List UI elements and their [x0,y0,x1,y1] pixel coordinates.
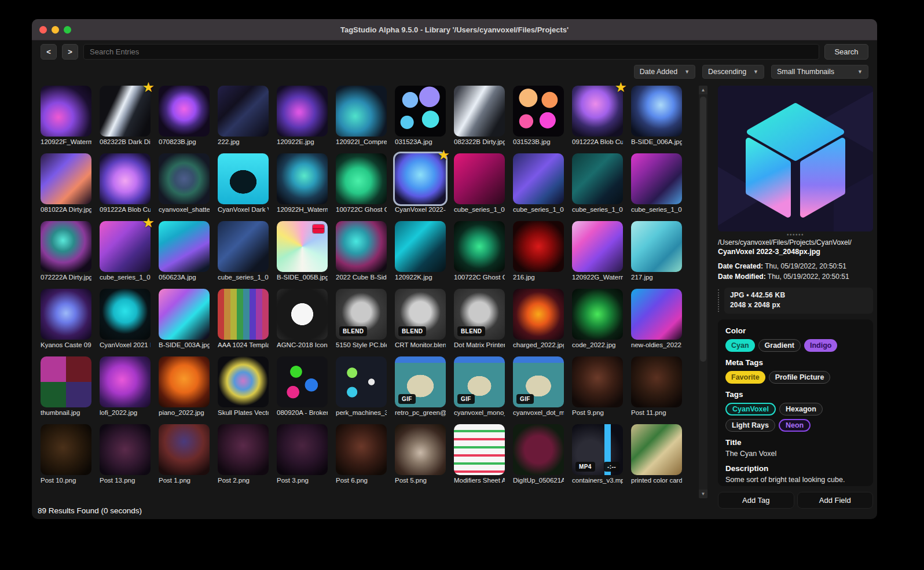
grid-item[interactable]: 100722C Ghost Cub [336,153,387,213]
close-button[interactable] [39,26,47,34]
thumbnail-tile[interactable] [218,356,269,407]
thumbnail-tile[interactable]: ★ [100,221,151,272]
search-button[interactable]: Search [824,44,868,60]
thumbnail-tile[interactable] [277,221,328,272]
tag-pill-hexagon[interactable]: Hexagon [779,403,823,415]
grid-item[interactable]: ★cube_series_1_02.j [100,221,151,281]
thumbnail-tile[interactable] [631,153,682,204]
resize-handle-icon[interactable]: •••••• [718,232,873,237]
back-button[interactable]: < [41,44,57,60]
grid-item[interactable]: 216.jpg [513,221,564,281]
thumbnail-tile[interactable] [218,289,269,340]
grid-item[interactable]: B-SIDE_005B.jpg [277,221,328,281]
thumbnail-tile[interactable] [218,424,269,475]
thumbnail-tile[interactable] [159,424,210,475]
thumbnail-tile[interactable] [41,86,91,137]
grid-item[interactable]: 031523A.jpg [395,86,446,145]
grid-item[interactable]: BLENDCRT Monitor.blend [395,289,446,348]
thumbnail-tile[interactable] [336,424,387,475]
grid-item[interactable]: B-SIDE_003A.jpg [159,289,210,348]
grid-item[interactable]: perk_machines_32p [336,356,387,416]
thumbnail-tile[interactable] [513,86,564,137]
grid-item[interactable]: 082322B Dirty.jpg [454,86,505,145]
thumbnail-tile[interactable] [336,153,387,204]
thumbnail-tile[interactable]: BLEND [336,289,387,340]
grid-item[interactable]: AGNC-2018 Icon Lo [277,289,328,348]
tag-pill-favorite[interactable]: Favorite [725,371,765,384]
thumbnail-tile[interactable]: ★ [572,86,623,137]
search-input[interactable] [83,44,819,60]
thumbnail-tile[interactable] [159,86,210,137]
grid-item[interactable]: BLENDDot Matrix Printer.b [454,289,505,348]
thumbnail-tile[interactable]: GIF [454,356,505,407]
thumbnail-tile[interactable] [277,356,328,407]
thumbnail-tile[interactable] [41,424,91,475]
grid-item[interactable]: Post 11.png [631,356,682,416]
add-field-button[interactable]: Add Field [797,492,874,509]
thumbnail-tile[interactable] [41,356,91,407]
grid-item[interactable]: 120922G_Watermar [572,221,623,281]
thumbnail-tile[interactable] [100,356,151,407]
scrollbar-thumb[interactable] [700,97,706,362]
thumbnail-tile[interactable] [572,356,623,407]
grid-item[interactable]: Modifiers Sheet A v [454,424,505,484]
grid-item[interactable]: 050623A.jpg [159,221,210,281]
grid-item[interactable]: AAA 1024 Template [218,289,269,348]
thumbnail-tile[interactable]: ★ [395,153,446,204]
thumbnail-tile[interactable] [631,221,682,272]
thumbnail-tile[interactable] [41,289,91,340]
tag-pill-profile-picture[interactable]: Profile Picture [769,371,831,384]
thumbnail-tile[interactable] [395,221,446,272]
thumbnail-tile[interactable] [454,424,505,475]
grid-item[interactable]: GIFcyanvoxel_dot_mat [513,356,564,416]
thumbnail-tile[interactable] [277,153,328,204]
thumbnail-tile[interactable] [159,289,210,340]
thumbnail-tile[interactable] [159,221,210,272]
grid-item[interactable]: Post 10.png [41,424,91,484]
grid-item[interactable]: 222.jpg [218,86,269,145]
thumbnail-tile[interactable] [454,153,505,204]
grid-item[interactable]: GIFretro_pc_green@3x [395,356,446,416]
grid-item[interactable]: piano_2022.jpg [159,356,210,416]
grid-item[interactable]: cyanvoxel_shattere [159,153,210,213]
thumbnail-tile[interactable] [100,424,151,475]
grid-item[interactable]: Post 1.png [159,424,210,484]
grid-item[interactable]: Post 2.png [218,424,269,484]
thumbnail-tile[interactable] [631,86,682,137]
grid-item[interactable]: Post 3.png [277,424,328,484]
thumbnail-tile[interactable] [513,424,564,475]
grid-item[interactable]: cube_series_1_05.j [572,153,623,213]
grid-item[interactable]: 080920A - Broken I [277,356,328,416]
sort-field-dropdown[interactable]: Date Added ▼ [634,65,695,79]
thumbnail-tile[interactable] [218,153,269,204]
thumbnail-tile[interactable]: GIF [395,356,446,407]
add-tag-button[interactable]: Add Tag [718,492,794,509]
grid-item[interactable]: charged_2022.jpg [513,289,564,348]
thumbnail-tile[interactable]: BLEND [395,289,446,340]
grid-item[interactable]: 100722C Ghost Cub [454,221,505,281]
thumbnail-tile[interactable] [454,86,505,137]
grid-item[interactable]: GIFcyanvoxel_mono_cr [454,356,505,416]
thumbnail-tile[interactable] [336,221,387,272]
grid-item[interactable]: cube_series_1_06.j [454,153,505,213]
thumbnail-tile[interactable] [395,424,446,475]
thumbnail-tile[interactable] [336,356,387,407]
grid-item[interactable]: CyanVoxel 2021 Dis [100,289,151,348]
zoom-button[interactable] [64,26,71,34]
thumbnail-tile[interactable] [395,86,446,137]
thumbnail-tile[interactable]: GIF [513,356,564,407]
grid-item[interactable]: B-SIDE_006A.jpg [631,86,682,145]
thumbnail-tile[interactable]: ★ [100,86,151,137]
grid-scrollbar[interactable]: ▲ ▼ [699,86,707,498]
thumbnail-tile[interactable] [454,221,505,272]
grid-item[interactable]: 120922I_Compresse [336,86,387,145]
thumbnail-tile[interactable] [513,289,564,340]
tag-pill-indigo[interactable]: Indigo [804,339,838,352]
thumbnail-tile[interactable] [572,221,623,272]
thumbnail-tile[interactable] [513,221,564,272]
grid-item[interactable]: Post 5.png [395,424,446,484]
grid-item[interactable]: cube_series_1_03.j [218,221,269,281]
grid-item[interactable]: ★082322B Dark Dirty [100,86,151,145]
grid-item[interactable]: Post 9.png [572,356,623,416]
thumbnail-tile[interactable] [218,221,269,272]
